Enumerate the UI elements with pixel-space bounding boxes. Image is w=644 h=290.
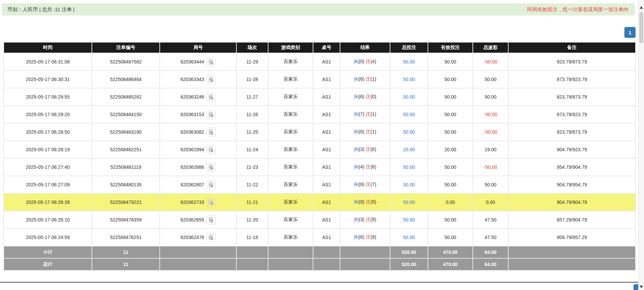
banker-score: (7) — [370, 182, 376, 187]
cell-session: 11-22 — [236, 176, 268, 193]
cell-game-type: 百家乐 — [268, 53, 313, 71]
cell-bet-id: 522508480135 — [92, 176, 160, 193]
cell-table-no: AS1 — [313, 123, 340, 141]
total-bet-link[interactable]: 20.00 — [403, 147, 415, 152]
bet-record-row: 2025-05-17 06:27:40522508481119620362886… — [4, 158, 636, 176]
total-bet-link[interactable]: 50.00 — [403, 129, 415, 135]
scrollbar-up-arrow-icon[interactable] — [640, 6, 643, 9]
cell-table-no: AS1 — [313, 141, 340, 158]
view-video-button[interactable] — [207, 75, 216, 84]
cell-session: 11-27 — [236, 88, 268, 106]
vertical-scrollbar[interactable] — [638, 0, 644, 290]
banker-result-label: 庄 — [366, 199, 370, 205]
cell-session: 11-28 — [236, 71, 268, 88]
view-video-button[interactable] — [207, 198, 216, 207]
cell-result: 闲(8) 庄(1) — [340, 123, 390, 141]
cell-valid-bet: 20.00 — [428, 141, 473, 158]
video-file-icon — [208, 147, 214, 153]
cell-remark: 904.79/923.79 — [508, 141, 636, 158]
cell-total-payout: 47.50 — [473, 211, 508, 229]
cell-total-bet[interactable]: 50.00 — [390, 193, 428, 211]
total-bet-link[interactable]: 50.00 — [403, 182, 415, 187]
summary-empty-cell — [268, 246, 313, 258]
total-bet-link[interactable]: 50.00 — [403, 112, 415, 117]
total-bet-link[interactable]: 50.00 — [403, 217, 415, 222]
cell-time: 2025-05-17 06:29:55 — [4, 88, 92, 106]
cell-session: 11-23 — [236, 158, 268, 176]
cell-valid-bet: 50.00 — [428, 211, 473, 229]
cell-total-bet[interactable]: 20.00 — [390, 141, 428, 158]
view-video-button[interactable] — [207, 57, 216, 67]
round-number: 620363343 — [180, 77, 204, 82]
cell-total-bet[interactable]: 50.00 — [390, 71, 428, 88]
banker-score: (9) — [370, 217, 376, 222]
round-number: 620362655 — [180, 217, 204, 222]
cell-total-payout: 50.00 — [473, 71, 508, 88]
player-result-label: 闲 — [354, 76, 359, 82]
player-result-label: 闲 — [354, 182, 359, 187]
view-video-button[interactable] — [207, 145, 216, 154]
player-score: (6) — [359, 94, 364, 99]
cell-session: 11-21 — [236, 193, 268, 211]
view-video-button[interactable] — [207, 93, 216, 102]
summary-empty-cell — [340, 258, 390, 270]
grand-total-row: 总计11520.00470.0064.00 — [4, 258, 636, 270]
view-video-button[interactable] — [207, 163, 216, 172]
summary-total-payout: 64.00 — [473, 246, 508, 258]
total-bet-link[interactable]: 50.00 — [403, 200, 415, 205]
cell-table-no: AS1 — [313, 176, 340, 193]
cell-remark: 809.79/857.29 — [508, 229, 636, 246]
cell-total-bet[interactable]: 50.00 — [390, 106, 428, 123]
view-video-button[interactable] — [207, 215, 216, 225]
view-video-button[interactable] — [207, 128, 216, 137]
cell-result: 闲(6) 庄(9) — [340, 229, 390, 246]
cell-round-no: 620363153 — [160, 106, 236, 123]
valid-bet-notice: 同局有效投注，统一计算在该局第一张注单内 — [527, 6, 628, 13]
cell-time: 2025-05-17 06:28:50 — [4, 123, 92, 141]
video-file-icon — [208, 111, 214, 117]
view-video-button[interactable] — [207, 110, 216, 119]
summary-count: 11 — [92, 246, 160, 258]
total-bet-link[interactable]: 50.00 — [403, 59, 415, 64]
banker-result-label: 庄 — [366, 164, 370, 169]
total-bet-link[interactable]: 50.00 — [403, 235, 415, 240]
cell-total-bet[interactable]: 50.00 — [390, 53, 428, 71]
scrollbar-down-arrow-icon[interactable] — [640, 286, 643, 288]
summary-empty-cell — [508, 246, 636, 258]
video-file-icon — [208, 217, 214, 223]
cell-total-payout: -50.00 — [473, 158, 508, 176]
cell-total-bet[interactable]: 50.00 — [390, 88, 428, 106]
summary-label: 小计 — [4, 246, 92, 258]
summary-empty-cell — [313, 246, 340, 258]
cell-result: 闲(0) 庄(4) — [340, 53, 390, 71]
total-bet-link[interactable]: 50.00 — [403, 164, 415, 170]
player-score: (6) — [359, 76, 364, 82]
cell-total-bet[interactable]: 50.00 — [390, 229, 428, 246]
scrollbar-thumb[interactable] — [639, 12, 643, 43]
cell-valid-bet: 50.00 — [428, 158, 473, 176]
cell-session: 11-29 — [236, 53, 268, 71]
player-result-label: 闲 — [354, 164, 359, 169]
view-video-button[interactable] — [207, 180, 216, 189]
total-bet-link[interactable]: 50.00 — [403, 77, 415, 82]
cell-bet-id: 522508478359 — [92, 211, 160, 229]
cell-total-bet[interactable]: 50.00 — [390, 123, 428, 141]
cell-total-bet[interactable]: 50.00 — [390, 158, 428, 176]
round-number: 620362886 — [180, 164, 204, 170]
cell-round-no: 620362476 — [160, 229, 236, 246]
cell-remark: 823.79/873.79 — [508, 88, 636, 106]
cell-time: 2025-05-17 06:28:19 — [4, 141, 92, 158]
banker-score: (6) — [370, 147, 376, 152]
cell-remark: 904.79/904.79 — [508, 193, 636, 211]
total-bet-link[interactable]: 50.00 — [403, 94, 415, 100]
cell-total-bet[interactable]: 50.00 — [390, 211, 428, 229]
cell-total-bet[interactable]: 50.00 — [390, 176, 428, 193]
pagination-page-1-top[interactable]: 1 — [624, 27, 636, 38]
cell-valid-bet: 50.00 — [428, 123, 473, 141]
cell-remark: 923.79/873.79 — [508, 53, 636, 71]
column-header-game-type: 游戏类别 — [268, 42, 313, 53]
player-result-label: 闲 — [354, 147, 359, 152]
column-header-remark: 备注 — [508, 42, 636, 53]
video-file-icon — [208, 94, 214, 100]
view-video-button[interactable] — [207, 233, 216, 242]
